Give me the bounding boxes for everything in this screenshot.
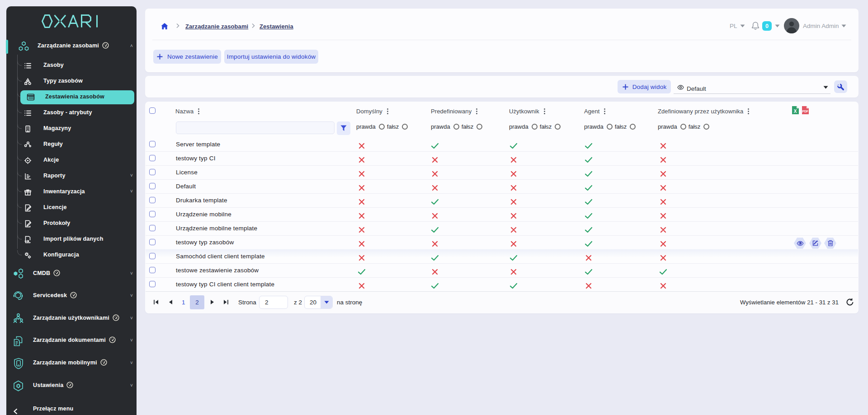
svg-text:X: X	[794, 109, 797, 114]
svg-text:PDF: PDF	[802, 110, 808, 113]
